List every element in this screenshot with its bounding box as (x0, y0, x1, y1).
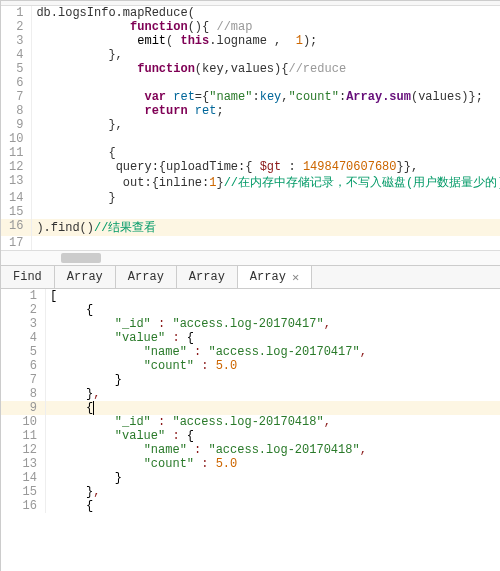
code-line[interactable]: ).find()//结果查看 (32, 219, 500, 236)
code-line[interactable] (32, 205, 500, 219)
line-no: 3 (1, 34, 32, 48)
tab-find[interactable]: Find (1, 266, 55, 288)
results-pane[interactable]: 1[ 2 { 3 "_id" : "access.log-20170417", … (1, 289, 500, 571)
line-no: 1 (1, 289, 46, 303)
line-no: 7 (1, 90, 32, 104)
result-line[interactable]: "name" : "access.log-20170417", (46, 345, 501, 359)
line-no: 11 (1, 146, 32, 160)
code-line[interactable]: out:{inline:1}//在内存中存储记录，不写入磁盘(用户数据量少的) (32, 174, 500, 191)
tab-array-2[interactable]: Array (116, 266, 177, 288)
app-frame: 1db.logsInfo.mapReduce( 2 function(){ //… (0, 0, 500, 571)
tab-array-4[interactable]: Array✕ (238, 266, 312, 288)
line-no: 14 (1, 191, 32, 205)
tab-array-1[interactable]: Array (55, 266, 116, 288)
code-line[interactable]: var ret={"name":key,"count":Array.sum(va… (32, 90, 500, 104)
code-line[interactable] (32, 76, 500, 90)
result-line[interactable]: "count" : 5.0 (46, 457, 501, 471)
line-no: 9 (1, 118, 32, 132)
result-line[interactable]: "name" : "access.log-20170418", (46, 443, 501, 457)
line-no: 2 (1, 20, 32, 34)
code-line[interactable]: } (32, 191, 500, 205)
line-no: 12 (1, 443, 46, 457)
line-no: 5 (1, 62, 32, 76)
result-line[interactable]: "value" : { (46, 429, 501, 443)
code-line[interactable]: db.logsInfo.mapReduce( (32, 6, 500, 20)
code-top[interactable]: 1db.logsInfo.mapReduce( 2 function(){ //… (1, 6, 500, 250)
line-no: 16 (1, 219, 32, 236)
result-line[interactable]: "count" : 5.0 (46, 359, 501, 373)
line-no: 17 (1, 236, 32, 250)
code-line[interactable] (32, 132, 500, 146)
results-tabbar: Find Array Array Array Array✕ (1, 265, 500, 289)
line-no: 2 (1, 303, 46, 317)
result-line[interactable]: } (46, 373, 501, 387)
line-no: 12 (1, 160, 32, 174)
code-line[interactable]: query:{uploadTime:{ $gt : 1498470607680}… (32, 160, 500, 174)
code-line[interactable]: }, (32, 48, 500, 62)
result-line[interactable]: { (46, 499, 501, 513)
line-no: 10 (1, 415, 46, 429)
result-line[interactable]: "value" : { (46, 331, 501, 345)
line-no: 6 (1, 76, 32, 90)
line-no: 9 (1, 401, 46, 415)
line-no: 3 (1, 317, 46, 331)
result-line[interactable]: { (46, 303, 501, 317)
code-line[interactable]: emit( this.logname , 1); (32, 34, 500, 48)
line-no: 13 (1, 174, 32, 191)
code-line[interactable]: { (32, 146, 500, 160)
result-line[interactable]: }, (46, 485, 501, 499)
result-line[interactable]: }, (46, 387, 501, 401)
line-no: 14 (1, 471, 46, 485)
line-no: 15 (1, 205, 32, 219)
line-no: 7 (1, 373, 46, 387)
result-line[interactable]: "_id" : "access.log-20170417", (46, 317, 501, 331)
result-line[interactable]: } (46, 471, 501, 485)
line-no: 8 (1, 387, 46, 401)
scroll-thumb[interactable] (61, 253, 101, 263)
editor-top: 1db.logsInfo.mapReduce( 2 function(){ //… (1, 6, 500, 265)
result-line[interactable]: "_id" : "access.log-20170418", (46, 415, 501, 429)
line-no: 10 (1, 132, 32, 146)
result-line[interactable]: [ (46, 289, 501, 303)
code-line[interactable]: return ret; (32, 104, 500, 118)
result-line[interactable]: {​ (46, 401, 501, 415)
line-no: 5 (1, 345, 46, 359)
line-no: 16 (1, 499, 46, 513)
line-no: 6 (1, 359, 46, 373)
line-no: 4 (1, 48, 32, 62)
code-line[interactable]: }, (32, 118, 500, 132)
line-no: 15 (1, 485, 46, 499)
line-no: 4 (1, 331, 46, 345)
line-no: 11 (1, 429, 46, 443)
scrollbar-horizontal[interactable] (1, 250, 500, 265)
code-line[interactable]: function(){ //map (32, 20, 500, 34)
code-line[interactable]: function(key,values){//reduce (32, 62, 500, 76)
tab-array-3[interactable]: Array (177, 266, 238, 288)
line-no: 13 (1, 457, 46, 471)
line-no: 1 (1, 6, 32, 20)
close-icon[interactable]: ✕ (292, 270, 299, 285)
line-no: 8 (1, 104, 32, 118)
code-line[interactable] (32, 236, 500, 250)
